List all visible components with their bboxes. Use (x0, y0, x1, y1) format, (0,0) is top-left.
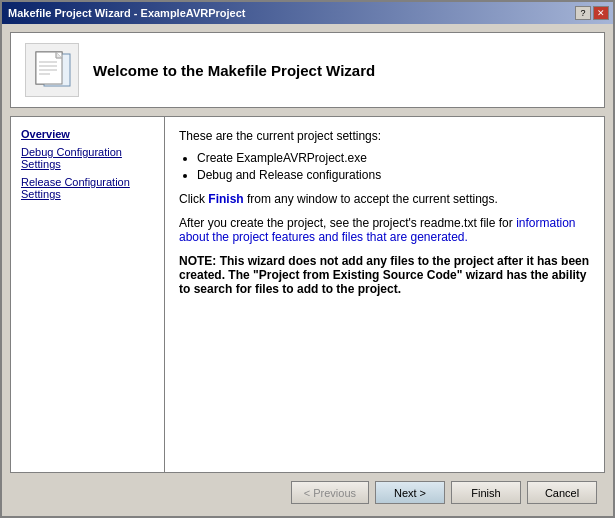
bullet-item-config: Debug and Release configurations (197, 168, 590, 182)
finish-button[interactable]: Finish (451, 481, 521, 504)
nav-item-release[interactable]: Release Configuration Settings (19, 175, 156, 201)
footer: < Previous Next > Finish Cancel (10, 473, 605, 508)
right-content: These are the current project settings: … (165, 116, 605, 473)
finish-note-suffix: from any window to accept the current se… (244, 192, 498, 206)
titlebar-buttons: ? ✕ (575, 6, 609, 20)
nav-item-debug[interactable]: Debug Configuration Settings (19, 145, 156, 171)
content-area: Welcome to the Makefile Project Wizard O… (2, 24, 613, 516)
left-nav: Overview Debug Configuration Settings Re… (10, 116, 165, 473)
next-button[interactable]: Next > (375, 481, 445, 504)
main-panel: Overview Debug Configuration Settings Re… (10, 116, 605, 473)
wizard-title: Welcome to the Makefile Project Wizard (93, 62, 375, 79)
help-button[interactable]: ? (575, 6, 591, 20)
titlebar: Makefile Project Wizard - ExampleAVRProj… (2, 2, 613, 24)
bullet-item-exe: Create ExampleAVRProject.exe (197, 151, 590, 165)
nav-item-overview[interactable]: Overview (19, 127, 156, 141)
warning-note: NOTE: This wizard does not add any files… (179, 254, 590, 296)
finish-note: Click Finish from any window to accept t… (179, 192, 590, 206)
settings-title: These are the current project settings: (179, 129, 590, 143)
main-window: Makefile Project Wizard - ExampleAVRProj… (0, 0, 615, 518)
window-title: Makefile Project Wizard - ExampleAVRProj… (6, 7, 246, 19)
close-button[interactable]: ✕ (593, 6, 609, 20)
cancel-button[interactable]: Cancel (527, 481, 597, 504)
finish-note-prefix: Click (179, 192, 208, 206)
wizard-icon (25, 43, 79, 97)
readme-link: information about the project features a… (179, 216, 576, 244)
previous-button[interactable]: < Previous (291, 481, 369, 504)
settings-list: Create ExampleAVRProject.exe Debug and R… (197, 151, 590, 182)
readme-note: After you create the project, see the pr… (179, 216, 590, 244)
finish-word: Finish (208, 192, 243, 206)
header-panel: Welcome to the Makefile Project Wizard (10, 32, 605, 108)
